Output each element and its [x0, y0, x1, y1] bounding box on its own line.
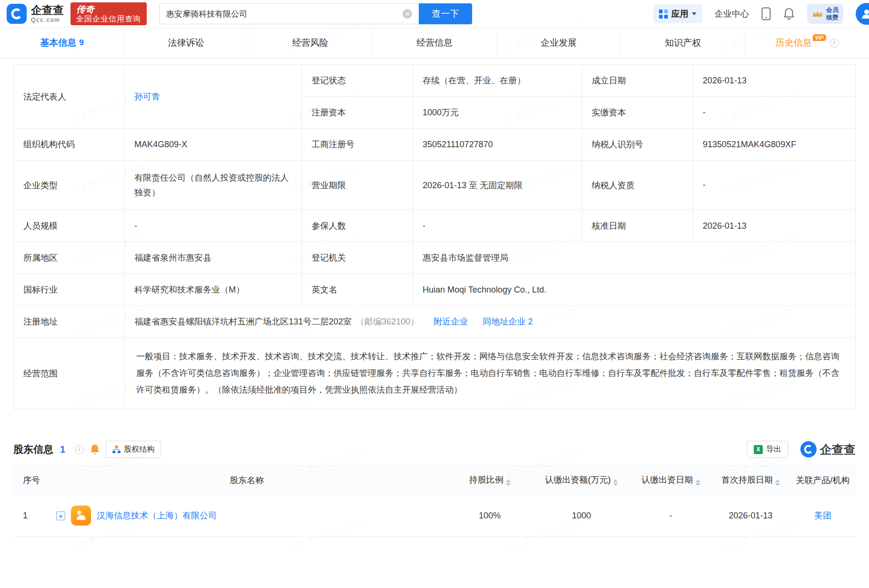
shareholder-row: 1 + 汉海信息技术（上海）有限公司 100% 1000: [13, 495, 856, 537]
col-serial: 序号: [13, 466, 47, 495]
legal-rep-link[interactable]: 孙可青: [134, 92, 160, 101]
qcc-logo[interactable]: 企查查 Qcc.com: [7, 4, 64, 24]
shareholder-ratio: 100%: [447, 495, 533, 537]
tab-history-info[interactable]: 历史信息 VIP i: [745, 28, 869, 58]
reg-authority-value: 惠安县市场监督管理局: [413, 242, 856, 274]
shareholders-alert-bell-icon[interactable]: [90, 444, 100, 455]
approval-date-value: 2026-01-13: [693, 210, 856, 242]
shareholders-table: 序号 股东名称 持股比例 认缴出资额(万元) 认缴出资日期 首次持股日期 关联产…: [13, 466, 856, 537]
shareholder-amount: 1000: [533, 495, 630, 537]
address-text: 福建省惠安县螺阳镇洋坑村五洲广场北区131号二层202室: [134, 317, 352, 326]
sort-icon[interactable]: [775, 479, 780, 486]
company-tabs: 基本信息 9 法律诉讼 经营风险 经营信息 企业发展 知识产权 历史信息 VIP…: [0, 28, 869, 58]
sort-icon[interactable]: [506, 479, 511, 486]
equity-structure-label: 股权结构: [124, 445, 154, 455]
legal-rep-label: 法定代表人: [14, 65, 125, 129]
biz-term-value: 2026-01-13 至 无固定期限: [413, 161, 582, 210]
biz-reg-no-label: 工商注册号: [302, 129, 413, 161]
apps-label: 应用: [671, 8, 688, 20]
top-header: 企查查 Qcc.com 传奇 全国企业信用查询 ✕ 查一下 应用 企业中心: [0, 0, 869, 28]
table-row: 组织机构代码 MAK4G809-X 工商注册号 350521110727870 …: [14, 129, 856, 161]
notification-bell-icon[interactable]: [783, 8, 795, 20]
excel-icon: X: [754, 445, 763, 454]
reg-status-value: 存续（在营、开业、在册）: [413, 65, 582, 97]
tab-operation-risk[interactable]: 经营风险: [248, 28, 372, 58]
history-info-icon[interactable]: i: [830, 39, 839, 48]
tab-company-development[interactable]: 企业发展: [496, 28, 621, 58]
org-code-label: 组织机构代码: [14, 129, 125, 161]
reg-status-label: 登记状态: [302, 65, 413, 97]
search-input[interactable]: [159, 3, 419, 24]
tab-operation-info[interactable]: 经营信息: [372, 28, 496, 58]
col-subscribed-date[interactable]: 认缴出资日期: [630, 466, 711, 495]
shareholder-serial: 1: [13, 495, 47, 537]
org-code-value: MAK4G809-X: [125, 129, 302, 161]
table-row: 人员规模 - 参保人数 - 核准日期 2026-01-13: [14, 210, 856, 242]
search-bar: ✕ 查一下: [159, 3, 472, 24]
same-address-companies-link[interactable]: 同地址企业 2: [483, 317, 533, 326]
tab-legal-litigation[interactable]: 法律诉讼: [124, 28, 248, 58]
shareholder-date: -: [630, 495, 711, 537]
enterprise-center-link[interactable]: 企业中心: [715, 8, 749, 20]
logo-title: 企查查: [31, 4, 64, 16]
expand-row-icon[interactable]: +: [56, 511, 65, 520]
shareholder-name-link[interactable]: 汉海信息技术（上海）有限公司: [97, 510, 217, 521]
insured-count-label: 参保人数: [302, 210, 413, 242]
col-ratio[interactable]: 持股比例: [447, 466, 533, 495]
qcc-brand-icon: [800, 441, 817, 457]
shareholders-table-header-row: 序号 股东名称 持股比例 认缴出资额(万元) 认缴出资日期 首次持股日期 关联产…: [13, 466, 856, 495]
table-row: 企业类型 有限责任公司（自然人投资或控股的法人独资） 营业期限 2026-01-…: [14, 161, 856, 210]
reg-capital-value: 1000万元: [413, 97, 582, 129]
equity-structure-button[interactable]: 股权结构: [106, 441, 161, 458]
vip-line1: 会员: [826, 6, 839, 14]
export-label: 导出: [766, 445, 781, 455]
brand-badge-line2: 全国企业信用查询: [76, 15, 141, 23]
shareholders-header: 股东信息 1 i 股权结构 X 导出: [13, 441, 856, 458]
staff-size-label: 人员规模: [14, 210, 125, 242]
biz-reg-no-value: 350521110727870: [413, 129, 582, 161]
apps-menu[interactable]: 应用: [653, 4, 702, 23]
table-row: 注册地址 福建省惠安县螺阳镇洋坑村五洲广场北区131号二层202室 （邮编362…: [14, 306, 856, 338]
search-button[interactable]: 查一下: [419, 3, 472, 24]
tab-intellectual-property[interactable]: 知识产权: [621, 28, 745, 58]
company-type-value: 有限责任公司（自然人投资或控股的法人独资）: [125, 161, 302, 210]
taxpayer-id-label: 纳税人识别号: [582, 129, 693, 161]
legal-rep-value: 孙可青: [125, 65, 302, 129]
export-button[interactable]: X 导出: [747, 441, 788, 458]
col-shareholder-name: 股东名称: [47, 466, 447, 495]
mobile-app-icon[interactable]: [761, 7, 771, 20]
shareholders-count: 1: [60, 444, 65, 455]
vip-line2: 续费: [826, 14, 839, 21]
chevron-down-icon: [692, 12, 697, 15]
sort-icon[interactable]: [613, 479, 618, 486]
taxpayer-qual-value: -: [693, 161, 856, 210]
paid-capital-label: 实缴资本: [582, 97, 693, 129]
english-name-label: 英文名: [302, 274, 413, 306]
taxpayer-id-value: 91350521MAK4G809XF: [693, 129, 856, 161]
related-product-link[interactable]: 美团: [814, 511, 831, 520]
customer-service-avatar[interactable]: [856, 3, 869, 25]
clear-search-icon[interactable]: ✕: [403, 9, 412, 19]
biz-scope-label: 经营范围: [14, 338, 125, 409]
shareholders-info-icon[interactable]: i: [75, 445, 84, 454]
nearby-companies-link[interactable]: 附近企业: [434, 317, 468, 326]
org-chart-icon: [112, 446, 121, 454]
table-row: 经营范围 一般项目：技术服务、技术开发、技术咨询、技术交流、技术转让、技术推广；…: [14, 338, 856, 409]
biz-scope-value: 一般项目：技术服务、技术开发、技术咨询、技术交流、技术转让、技术推广；软件开发；…: [125, 338, 856, 409]
industry-label: 国标行业: [14, 274, 125, 306]
col-first-holding-date[interactable]: 首次持股日期: [711, 466, 790, 495]
qcc-logo-icon: [7, 4, 27, 24]
brand-badge: 传奇 全国企业信用查询: [71, 2, 147, 25]
table-row: 所属地区 福建省泉州市惠安县 登记机关 惠安县市场监督管理局: [14, 242, 856, 274]
sort-icon[interactable]: [696, 479, 700, 486]
vip-renew-button[interactable]: 会员 续费: [807, 4, 843, 23]
taxpayer-qual-label: 纳税人资质: [582, 161, 693, 210]
tab-basic-info[interactable]: 基本信息 9: [0, 28, 124, 58]
region-value: 福建省泉州市惠安县: [125, 242, 302, 274]
region-label: 所属地区: [14, 242, 125, 274]
approval-date-label: 核准日期: [582, 210, 693, 242]
tab-basic-info-count: 9: [79, 38, 83, 48]
english-name-value: Huian Moqi Technology Co., Ltd.: [413, 274, 856, 306]
col-subscribed-amount[interactable]: 认缴出资额(万元): [533, 466, 630, 495]
address-value: 福建省惠安县螺阳镇洋坑村五洲广场北区131号二层202室 （邮编362100） …: [125, 306, 856, 338]
